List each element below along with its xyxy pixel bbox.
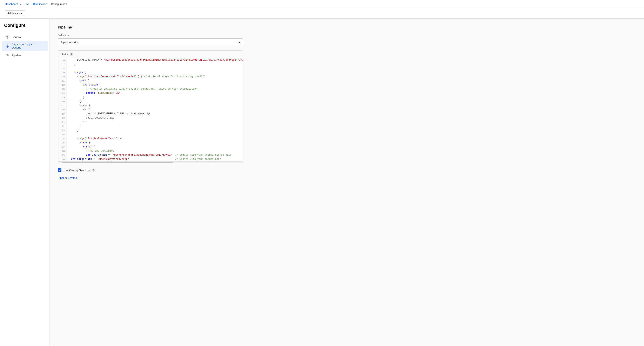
- code-line-27: 27 ▾ script {: [58, 145, 243, 149]
- fold-23: [66, 128, 70, 132]
- line-num-25: 25: [58, 137, 66, 141]
- code-text-9: stages {: [70, 71, 88, 75]
- breadcrumb-all[interactable]: All: [26, 3, 29, 6]
- advanced-dropdown-bar: Advanced ▾: [0, 8, 644, 19]
- code-text-30: def targetPath = '/Users/gayathri/temp/'…: [70, 157, 223, 161]
- fold-12[interactable]: ▾: [66, 83, 70, 87]
- code-line-16: 16 }: [58, 99, 243, 104]
- sidebar-item-advanced-project-options[interactable]: Advanced Project Options: [2, 41, 48, 51]
- pipeline-syntax-link[interactable]: Pipeline Syntax: [58, 176, 77, 180]
- code-line-8: 8: [58, 67, 243, 71]
- gear-icon: [6, 35, 10, 39]
- fold-28: [66, 149, 70, 153]
- fold-8: [66, 67, 70, 71]
- code-text-10: stage('Download DevAssureCLI (if needed)…: [70, 75, 206, 79]
- line-num-15: 15: [58, 95, 66, 99]
- code-text-16: }: [70, 99, 83, 104]
- code-text-27: script {: [70, 145, 96, 149]
- fold-11: [66, 79, 70, 83]
- code-text-28: // Define variables: [70, 149, 116, 153]
- fold-22: [66, 124, 70, 128]
- line-num-16: 16: [58, 99, 66, 104]
- svg-point-2: [9, 55, 9, 56]
- line-num-8: 8: [58, 67, 66, 71]
- dropdown-chevron-icon: ▾: [239, 41, 240, 44]
- line-num-27: 27: [58, 145, 66, 149]
- code-text-7: }: [70, 62, 77, 67]
- code-line-21: 21 ''': [58, 120, 243, 124]
- line-num-18: 18: [58, 108, 66, 112]
- code-text-13: // Check if DevAssure binary exists (adj…: [70, 87, 200, 91]
- code-text-25: stage('Run DevAssure Tests') {: [70, 137, 123, 141]
- fold-7: [66, 62, 70, 67]
- code-line-14: 14 return !fileExists('DA'): [58, 91, 243, 95]
- use-groovy-sandbox-checkbox[interactable]: [58, 168, 62, 172]
- fold-26[interactable]: ▾: [66, 141, 70, 145]
- fold-14: [66, 91, 70, 95]
- line-num-20: 20: [58, 116, 66, 120]
- svg-rect-0: [6, 54, 7, 56]
- line-num-29: 29: [58, 153, 66, 157]
- breadcrumb-chevron-1: ⌄: [20, 3, 22, 6]
- code-text-24: [70, 132, 74, 137]
- chevron-down-icon: ▾: [21, 12, 22, 15]
- sidebar-title: Configure: [0, 23, 49, 33]
- code-text-15: }: [70, 95, 86, 99]
- script-help-badge[interactable]: ?: [70, 53, 73, 56]
- code-text-6: DEVASSURE_TOKEN = 'eyJhbGciOiJIUzI1NiJ9.…: [70, 58, 243, 62]
- main-content: Pipeline Definition Pipeline script ▾ Sc…: [50, 19, 644, 346]
- line-num-12: 12: [58, 83, 66, 87]
- fold-19: [66, 112, 70, 116]
- code-text-18: sh ''': [70, 108, 94, 112]
- pipeline-icon: [6, 53, 10, 57]
- breadcrumb-current: Configuration: [51, 3, 67, 6]
- fold-29: [66, 153, 70, 157]
- breadcrumb-pipeline[interactable]: DA Pipeline: [33, 3, 47, 6]
- code-text-21: ''': [70, 120, 89, 124]
- advanced-dropdown-button[interactable]: Advanced ▾: [5, 10, 25, 16]
- code-editor[interactable]: 6 DEVASSURE_TOKEN = 'eyJhbGciOiJIUzI1NiJ…: [58, 58, 243, 163]
- line-num-9: 9: [58, 71, 66, 75]
- code-line-15: 15 }: [58, 95, 243, 99]
- sidebar-label-advanced: Advanced Project Options: [12, 43, 44, 49]
- fold-9[interactable]: ▾: [66, 71, 70, 75]
- definition-dropdown[interactable]: Pipeline script ▾: [58, 38, 243, 46]
- advanced-button-label: Advanced: [8, 12, 20, 15]
- fold-18: [66, 108, 70, 112]
- fold-21: [66, 120, 70, 124]
- code-line-17: 17 ▾ steps {: [58, 104, 243, 108]
- scrollbar-thumb: [62, 162, 173, 163]
- groovy-sandbox-label: Use Groovy Sandbox: [64, 169, 90, 172]
- code-text-8: [70, 67, 74, 71]
- code-text-12: expression {: [70, 83, 102, 87]
- sidebar-item-pipeline[interactable]: Pipeline: [2, 51, 48, 59]
- sidebar: Configure General Advanced Project Optio…: [0, 19, 50, 346]
- line-num-26: 26: [58, 141, 66, 145]
- code-line-10: 10 ▾ stage('Download DevAssureCLI (if ne…: [58, 75, 243, 79]
- breadcrumb-sep-1: ›: [24, 3, 24, 5]
- fold-17[interactable]: ▾: [66, 104, 70, 108]
- horizontal-scrollbar[interactable]: [58, 161, 243, 163]
- line-num-24: 24: [58, 132, 66, 137]
- fold-24: [66, 132, 70, 137]
- fold-15: [66, 95, 70, 99]
- code-line-26: 26 ▾ steps {: [58, 141, 243, 145]
- code-text-11: when {: [70, 79, 90, 83]
- code-line-25: 25 ▾ stage('Run DevAssure Tests') {: [58, 137, 243, 141]
- script-header: Script ?: [58, 51, 243, 58]
- code-line-20: 20 unzip DevAssure.zip: [58, 116, 243, 120]
- fold-27[interactable]: ▾: [66, 145, 70, 149]
- code-line-6: 6 DEVASSURE_TOKEN = 'eyJhbGciOiJIUzI1NiJ…: [58, 58, 243, 62]
- breadcrumb-dashboard[interactable]: Dashboard: [5, 3, 18, 6]
- code-text-20: unzip DevAssure.zip: [70, 116, 116, 120]
- groovy-sandbox-row: Use Groovy Sandbox ?: [58, 168, 636, 172]
- line-num-17: 17: [58, 104, 66, 108]
- fold-10[interactable]: ▾: [66, 75, 70, 79]
- fold-25[interactable]: ▾: [66, 137, 70, 141]
- sidebar-item-general[interactable]: General: [2, 33, 48, 41]
- breadcrumb: Dashboard ⌄ › All › DA Pipeline › Config…: [0, 0, 644, 8]
- code-line-23: 23 }: [58, 128, 243, 132]
- sidebar-label-general: General: [12, 36, 22, 39]
- groovy-sandbox-help-badge[interactable]: ?: [92, 168, 95, 172]
- svg-rect-1: [8, 54, 8, 56]
